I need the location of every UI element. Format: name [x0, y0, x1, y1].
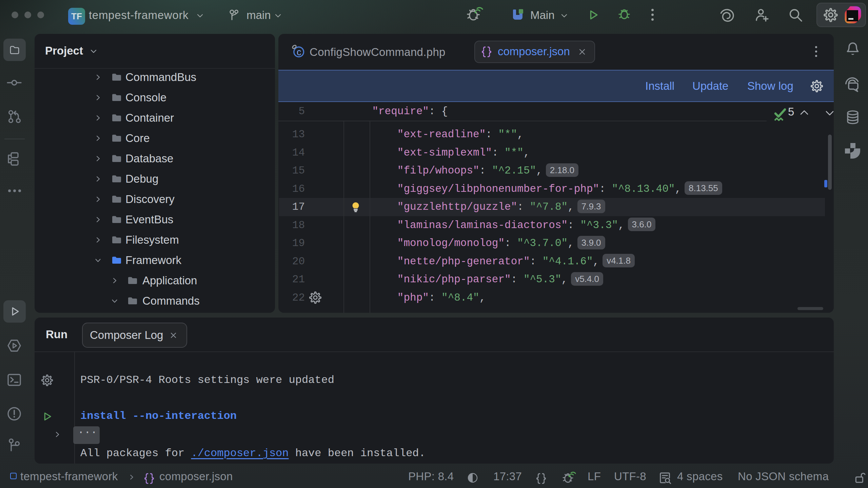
- svg-text:c: c: [297, 47, 301, 57]
